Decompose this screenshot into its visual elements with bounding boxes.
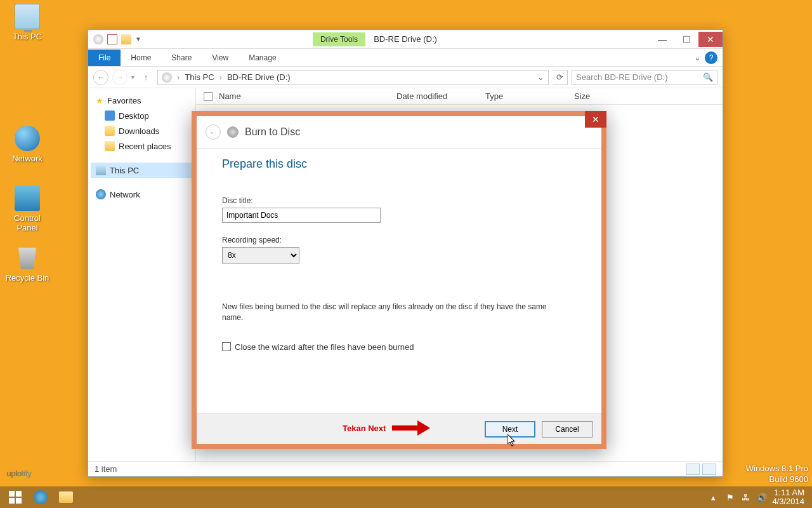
desktop-icon-label: Control Panel <box>5 213 49 232</box>
minimize-button[interactable]: — <box>650 32 674 47</box>
star-icon: ★ <box>96 96 103 105</box>
cursor-icon <box>508 434 518 447</box>
time-label: 1:11 AM <box>772 488 804 497</box>
burn-icon <box>227 126 239 138</box>
breadcrumb-root[interactable]: This PC <box>185 72 214 82</box>
tab-share[interactable]: Share <box>161 50 202 66</box>
arrow-icon <box>392 422 430 434</box>
tab-view[interactable]: View <box>202 50 239 66</box>
recording-speed-label: Recording speed: <box>222 236 576 244</box>
flag-icon[interactable]: ⚑ <box>726 493 735 502</box>
svg-rect-3 <box>16 498 22 504</box>
recent-locations-icon[interactable]: ▾ <box>131 74 134 81</box>
tab-home[interactable]: Home <box>121 50 161 66</box>
search-input[interactable]: Search BD-RE Drive (D:) 🔍 <box>572 70 717 85</box>
forward-button: → <box>112 70 128 85</box>
titlebar[interactable]: ▼ Drive Tools BD-RE Drive (D:) — ☐ ✕ <box>88 30 723 49</box>
status-bar: 1 item <box>88 461 723 476</box>
recent-icon <box>105 141 115 151</box>
properties-icon[interactable] <box>107 34 117 44</box>
downloads-icon <box>105 126 115 136</box>
clock[interactable]: 1:11 AM 4/3/2014 <box>772 488 804 507</box>
status-text: 1 item <box>95 464 117 474</box>
annotation-tekan-next: Tekan Next <box>343 422 430 434</box>
recording-speed-select[interactable]: 8x <box>222 247 299 264</box>
address-row: ← → ▾ ↑ › This PC › BD-RE Drive (D:) ⌄ ⟳… <box>88 67 723 88</box>
back-button[interactable]: ← <box>93 70 108 85</box>
disc-title-input[interactable] <box>222 208 381 223</box>
svg-rect-0 <box>9 491 15 497</box>
cancel-button[interactable]: Cancel <box>542 421 593 438</box>
recycle-bin-icon <box>15 245 40 271</box>
view-icons-button[interactable] <box>702 464 716 475</box>
annotation-text: Tekan Next <box>343 424 386 433</box>
svg-rect-1 <box>16 491 22 497</box>
desktop-icon <box>105 110 115 121</box>
desktop-icon-network[interactable]: Network <box>5 126 49 163</box>
nav-network[interactable]: Network <box>91 187 193 202</box>
system-info: Windows 8.1 Pro Build 9600 <box>746 464 808 485</box>
disc-icon <box>93 34 103 44</box>
dialog-close-button[interactable]: ✕ <box>585 111 606 128</box>
col-name[interactable]: Name <box>219 91 396 101</box>
taskbar-explorer[interactable] <box>53 488 79 507</box>
nav-downloads[interactable]: Downloads <box>91 123 193 138</box>
maximize-button[interactable]: ☐ <box>674 32 698 47</box>
system-tray: ▴ ⚑ 🖧 🔊 1:11 AM 4/3/2014 <box>711 488 809 507</box>
disc-icon <box>162 72 172 83</box>
build-label: Build 9600 <box>746 474 808 485</box>
column-headers: Name Date modified Type Size <box>196 88 723 105</box>
view-details-button[interactable] <box>686 464 700 475</box>
date-label: 4/3/2014 <box>772 497 804 506</box>
qat-dropdown-icon[interactable]: ▼ <box>135 36 141 43</box>
up-button[interactable]: ↑ <box>138 70 154 85</box>
nav-favorites[interactable]: ★Favorites <box>91 93 193 108</box>
volume-icon[interactable]: 🔊 <box>757 493 766 502</box>
ie-icon <box>34 490 48 504</box>
nav-recent-places[interactable]: Recent places <box>91 138 193 154</box>
refresh-button[interactable]: ⟳ <box>553 70 568 85</box>
new-folder-icon[interactable] <box>121 34 131 44</box>
help-icon[interactable]: ? <box>705 51 717 64</box>
tab-manage[interactable]: Manage <box>239 50 286 66</box>
dialog-back-button[interactable]: ← <box>206 124 221 140</box>
col-size[interactable]: Size <box>574 91 638 101</box>
nav-desktop[interactable]: Desktop <box>91 108 193 123</box>
control-panel-icon <box>15 185 40 211</box>
taskbar-ie[interactable] <box>28 488 53 507</box>
dialog-heading: Prepare this disc <box>222 157 576 171</box>
close-wizard-checkbox[interactable] <box>222 342 231 351</box>
taskbar: ▴ ⚑ 🖧 🔊 1:11 AM 4/3/2014 <box>0 486 812 508</box>
contextual-tab-drive-tools[interactable]: Drive Tools <box>313 32 365 46</box>
disc-title-label: Disc title: <box>222 196 576 205</box>
address-bar[interactable]: › This PC › BD-RE Drive (D:) ⌄ <box>157 70 549 85</box>
ribbon-collapse-icon[interactable]: ⌄ <box>694 53 705 62</box>
select-all-checkbox[interactable] <box>204 92 213 101</box>
col-date[interactable]: Date modified <box>396 91 485 101</box>
close-wizard-checkbox-row[interactable]: Close the wizard after the files have be… <box>222 342 576 352</box>
nav-this-pc[interactable]: This PC <box>91 163 193 178</box>
os-label: Windows 8.1 Pro <box>746 464 808 474</box>
desktop-icon-recycle-bin[interactable]: Recycle Bin <box>5 245 49 283</box>
col-type[interactable]: Type <box>485 91 574 101</box>
window-title: BD-RE Drive (D:) <box>88 34 723 44</box>
pc-icon <box>96 165 106 175</box>
desktop-icon-this-pc[interactable]: This PC <box>5 4 49 41</box>
search-placeholder: Search BD-RE Drive (D:) <box>576 72 667 82</box>
svg-rect-2 <box>9 498 15 504</box>
navigation-pane: ★Favorites Desktop Downloads Recent plac… <box>88 88 196 461</box>
globe-icon <box>15 126 40 151</box>
ribbon-tabs: File Home Share View Manage ⌄ ? <box>88 49 723 67</box>
tray-up-icon[interactable]: ▴ <box>711 493 720 502</box>
desktop-icon-label: This PC <box>5 32 49 41</box>
network-tray-icon[interactable]: 🖧 <box>742 493 750 502</box>
close-button[interactable]: ✕ <box>698 32 723 47</box>
dialog-title: Burn to Disc <box>245 126 300 138</box>
address-dropdown-icon[interactable]: ⌄ <box>537 72 544 82</box>
tab-file[interactable]: File <box>88 50 121 66</box>
burn-to-disc-dialog: ✕ ← Burn to Disc Prepare this disc Disc … <box>192 111 606 449</box>
breadcrumb-folder[interactable]: BD-RE Drive (D:) <box>227 72 291 82</box>
start-button[interactable] <box>3 488 28 507</box>
desktop-icon-control-panel[interactable]: Control Panel <box>5 185 49 232</box>
search-icon: 🔍 <box>703 72 713 82</box>
